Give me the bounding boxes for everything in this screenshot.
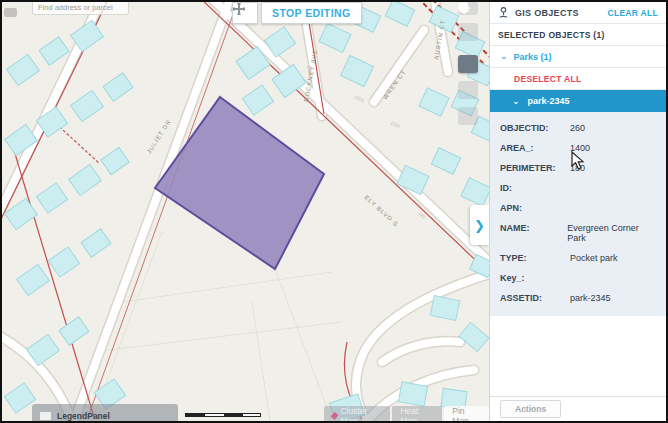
map-control-stack [458,2,478,133]
group-row-parks[interactable]: ⌄ Parks (1) [490,46,666,68]
attribute-label: PERIMETER: [500,163,570,173]
group-label: Parks (1) [514,52,552,62]
legend-icon [40,412,51,420]
gis-objects-icon [498,7,509,19]
map-corner-widget[interactable] [4,8,17,17]
attribute-row: ID: [490,178,666,198]
measure-button[interactable] [458,107,478,125]
cluster-marker-icon [331,411,339,419]
attribute-row: Key_: [490,268,666,288]
heat-map-button[interactable]: Heat Map [392,406,442,421]
layers-button[interactable] [458,55,478,73]
deselect-all-button[interactable]: DESELECT ALL [498,74,582,84]
selected-objects-header: SELECTED OBJECTS (1) [490,24,666,46]
crosshair-tool-button[interactable] [232,2,258,24]
selected-item-label: park-2345 [528,96,570,106]
selected-objects-label: SELECTED OBJECTS (1) [498,30,605,40]
attribute-list: OBJECTID: 260 AREA_: 1400 PERIMETER: 180… [490,112,666,316]
actions-bar: Actions [490,396,666,421]
legend-panel-button[interactable]: LegendPanel [32,404,178,421]
measure-icon [458,2,469,13]
chevron-down-icon: ⌄ [512,97,520,106]
panel-collapse-toggle[interactable]: ❯ [470,205,489,245]
locate-button[interactable] [458,23,478,41]
mouse-cursor [571,151,586,171]
map-search-box[interactable] [32,2,129,15]
lot-number: 1030 [390,120,402,129]
map-scale-bar [185,413,261,417]
map-mode-buttons: Cluster Map Heat Map Pin Map [324,406,489,421]
pin-map-label: Pin Map [452,406,481,422]
attribute-label: AREA_: [500,143,570,153]
actions-button[interactable]: Actions [500,400,561,418]
attribute-label: ID: [500,183,570,193]
attribute-value: Pocket park [570,253,618,263]
basemap-button[interactable] [458,81,478,99]
street-label-ely: ELY BLVD S [363,194,399,227]
attribute-row: NAME: Evergreen Corner Park [490,218,666,248]
attribute-row: OBJECTID: 260 [490,118,666,138]
deselect-all-row[interactable]: DESELECT ALL [490,68,666,90]
edit-toolbar: STOP EDITING [232,2,362,24]
chevron-down-icon: ⌄ [500,52,508,61]
attribute-value: 260 [570,123,585,133]
map-canvas[interactable]: JULIET DR ELY BLVD S WREN CT ROCKNEY AVE… [2,2,489,421]
attribute-label: TYPE: [500,253,570,263]
crosshair-icon [232,2,246,16]
panel-title: GIS OBJECTS [515,8,607,18]
app-window: JULIET DR ELY BLVD S WREN CT ROCKNEY AVE… [0,0,668,423]
legend-panel-label: LegendPanel [57,411,110,421]
attribute-row: APN: [490,198,666,218]
attribute-value: park-2345 [570,293,611,303]
attribute-label: Key_: [500,273,570,283]
heat-map-label: Heat Map [400,406,434,422]
attribute-row: ASSETID: park-2345 [490,288,666,308]
pin-map-button[interactable]: Pin Map [444,406,489,421]
clear-all-button[interactable]: CLEAR ALL [607,8,658,18]
attribute-label: OBJECTID: [500,123,570,133]
attribute-label: NAME: [500,223,567,243]
selected-item-row[interactable]: ⌄ park-2345 [490,90,666,112]
attribute-value: Evergreen Corner Park [567,223,656,243]
cluster-map-button[interactable]: Cluster Map [324,406,390,421]
attribute-row: TYPE: Pocket park [490,248,666,268]
street-label-juliet: JULIET DR [146,118,172,154]
chevron-right-icon: ❯ [474,218,485,233]
search-input[interactable] [38,3,123,12]
attribute-label: APN: [500,203,570,213]
gis-objects-panel: GIS OBJECTS CLEAR ALL SELECTED OBJECTS (… [489,2,666,421]
lot-number: 1026 [354,94,366,103]
panel-header: GIS OBJECTS CLEAR ALL [490,2,666,24]
stop-editing-button[interactable]: STOP EDITING [261,2,362,24]
cluster-map-label: Cluster Map [340,406,382,422]
attribute-label: ASSETID: [500,293,570,303]
map-area[interactable]: JULIET DR ELY BLVD S WREN CT ROCKNEY AVE… [2,2,489,421]
